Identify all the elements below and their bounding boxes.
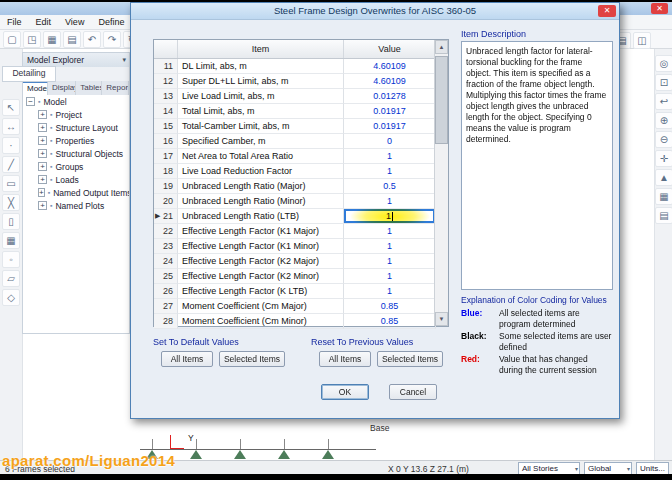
tree-item-groups[interactable]: +▪Groups	[35, 160, 129, 173]
overwrite-row[interactable]: 15Total-Camber Limit, abs, m0.01917	[154, 119, 448, 134]
overwrite-row[interactable]: 22Effective Length Factor (K1 Major)1	[154, 224, 448, 239]
tab-report[interactable]: Report	[102, 81, 129, 95]
previous-zoom-icon[interactable]: ↩	[655, 93, 672, 110]
3d-view-icon[interactable]: ▲	[655, 169, 672, 186]
default-all-items-button[interactable]: All Items	[161, 351, 213, 367]
value-cell[interactable]: 1	[344, 254, 436, 269]
tree-item-named-output-items[interactable]: +▪Named Output Items	[35, 186, 129, 199]
windows-icon[interactable]: ◫	[633, 32, 651, 49]
chevron-down-icon[interactable]: ▾	[122, 53, 126, 67]
pan-icon[interactable]: ✛	[655, 150, 672, 167]
overwrite-row[interactable]: 23Effective Length Factor (K1 Minor)1	[154, 239, 448, 254]
item-cell[interactable]: Net Area to Total Area Ratio	[178, 149, 344, 164]
item-cell[interactable]: Live Load Limit, abs, m	[178, 89, 344, 104]
overwrite-row[interactable]: 20Unbraced Length Ratio (Minor)1	[154, 194, 448, 209]
expand-icon[interactable]: +	[38, 136, 47, 145]
draw-ref-plane-icon[interactable]: ▱	[2, 270, 20, 287]
item-cell[interactable]: Total Limit, abs, m	[178, 104, 344, 119]
overwrite-row[interactable]: 14Total Limit, abs, m0.01917	[154, 104, 448, 119]
item-cell[interactable]: Unbraced Length Ratio (LTB)	[178, 209, 344, 224]
overwrite-row[interactable]: 11DL Limit, abs, m4.60109	[154, 59, 448, 74]
value-cell[interactable]: 1	[344, 149, 436, 164]
value-cell[interactable]: 0.01917	[344, 119, 436, 134]
redo-icon[interactable]: ↷	[103, 31, 121, 48]
zoom-out-icon[interactable]: ⊖	[655, 131, 672, 148]
menu-view[interactable]: View	[58, 15, 91, 29]
item-cell[interactable]: Specified Camber, m	[178, 134, 344, 149]
tree-item-structural-objects[interactable]: +▪Structural Objects	[35, 147, 129, 160]
value-cell[interactable]: 1	[344, 164, 436, 179]
tab-detailing[interactable]: Detailing	[2, 66, 56, 82]
tree-item-structure-layout[interactable]: +▪Structure Layout	[35, 121, 129, 134]
value-cell[interactable]: 1	[344, 269, 436, 284]
item-cell[interactable]: DL Limit, abs, m	[178, 59, 344, 74]
scroll-down-icon[interactable]: ▼	[435, 312, 448, 326]
tab-model[interactable]: Model	[23, 81, 48, 95]
item-cell[interactable]: Moment Coefficient (Cm Minor)	[178, 314, 344, 329]
draw-quick-frame-icon[interactable]: ▭	[2, 175, 20, 192]
overwrite-row[interactable]: 25Effective Length Factor (K2 Minor)1	[154, 269, 448, 284]
value-input[interactable]: 1	[344, 209, 435, 223]
value-cell[interactable]: 1	[344, 224, 436, 239]
item-cell[interactable]: Effective Length Factor (K1 Minor)	[178, 239, 344, 254]
overwrite-row[interactable]: 28Moment Coefficient (Cm Minor)0.85	[154, 314, 448, 329]
value-cell[interactable]: 4.60109	[344, 59, 436, 74]
undo-icon[interactable]: ↶	[83, 31, 101, 48]
overwrite-row[interactable]: 13Live Load Limit, abs, m0.01278	[154, 89, 448, 104]
item-cell[interactable]: Effective Length Factor (K1 Major)	[178, 224, 344, 239]
scroll-up-icon[interactable]: ▲	[435, 40, 448, 54]
item-cell[interactable]: Effective Length Factor (K2 Minor)	[178, 269, 344, 284]
elevation-view-icon[interactable]: ▤	[655, 207, 672, 224]
zoom-in-icon[interactable]: ⊕	[655, 112, 672, 129]
draw-floor-icon[interactable]: ▦	[2, 232, 20, 249]
draw-ref-point-icon[interactable]: ◦	[2, 251, 20, 268]
tree-item-model[interactable]: −▪Model	[23, 95, 129, 108]
menu-define[interactable]: Define	[91, 15, 131, 29]
value-cell[interactable]: 0.5	[344, 179, 436, 194]
draw-wall-icon[interactable]: ▯	[2, 213, 20, 230]
tree-item-project[interactable]: +▪Project	[35, 108, 129, 121]
overwrite-row[interactable]: 27Moment Coefficient (Cm Major)0.85	[154, 299, 448, 314]
overwrite-row[interactable]: 17Net Area to Total Area Ratio1	[154, 149, 448, 164]
value-cell[interactable]: 0.01278	[344, 89, 436, 104]
dialog-titlebar[interactable]: Steel Frame Design Overwrites for AISC 3…	[131, 3, 619, 20]
value-cell[interactable]: 1	[344, 209, 436, 224]
item-cell[interactable]: Moment Coefficient (Cm Major)	[178, 299, 344, 314]
item-cell[interactable]: Live Load Reduction Factor	[178, 164, 344, 179]
draw-frame-icon[interactable]: ╱	[2, 156, 20, 173]
model-explorer-header[interactable]: Model Explorer ▾	[23, 53, 129, 67]
tab-tables[interactable]: Tables	[76, 81, 102, 95]
reset-all-items-button[interactable]: All Items	[319, 351, 371, 367]
value-cell[interactable]: 0.85	[344, 314, 436, 329]
reset-selected-items-button[interactable]: Selected Items	[377, 351, 443, 367]
value-cell[interactable]: 4.60109	[344, 74, 436, 89]
ok-button[interactable]: OK	[321, 384, 369, 400]
menu-edit[interactable]: Edit	[29, 15, 59, 29]
tree-item-named-plots[interactable]: +▪Named Plots	[35, 199, 129, 212]
rubber-band-zoom-icon[interactable]: ◎	[655, 55, 672, 72]
open-folder-icon[interactable]: ◳	[23, 31, 41, 48]
expand-icon[interactable]: +	[38, 188, 45, 197]
expand-icon[interactable]: +	[38, 110, 47, 119]
draw-braces-icon[interactable]: ╳	[2, 194, 20, 211]
expand-icon[interactable]: +	[38, 201, 47, 210]
value-cell[interactable]: 0	[344, 134, 436, 149]
plan-view-icon[interactable]: ▦	[655, 188, 672, 205]
new-file-icon[interactable]: ▢	[3, 31, 21, 48]
scrollbar-thumb[interactable]	[435, 56, 448, 144]
expand-icon[interactable]: +	[38, 175, 47, 184]
collapse-icon[interactable]: −	[26, 97, 35, 106]
item-cell[interactable]: Super DL+LL Limit, abs, m	[178, 74, 344, 89]
overwrite-row[interactable]: 12Super DL+LL Limit, abs, m4.60109	[154, 74, 448, 89]
reshape-icon[interactable]: ↔	[2, 118, 20, 135]
item-cell[interactable]: Unbraced Length Ratio (Major)	[178, 179, 344, 194]
overwrite-row[interactable]: 16Specified Camber, m0	[154, 134, 448, 149]
expand-icon[interactable]: +	[38, 149, 47, 158]
item-cell[interactable]: Unbraced Length Ratio (Minor)	[178, 194, 344, 209]
print-icon[interactable]: ▤	[63, 31, 81, 48]
value-cell[interactable]: 1	[344, 284, 436, 299]
menu-file[interactable]: File	[0, 15, 29, 29]
draw-joint-icon[interactable]: ·	[2, 137, 20, 154]
default-selected-items-button[interactable]: Selected Items	[219, 351, 285, 367]
overwrite-row[interactable]: ▶21Unbraced Length Ratio (LTB)1	[154, 209, 448, 224]
